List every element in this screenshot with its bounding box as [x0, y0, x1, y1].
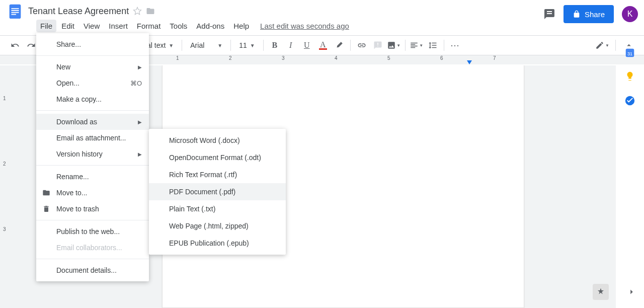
menu-addons[interactable]: Add-ons [192, 20, 228, 32]
undo-button[interactable] [8, 38, 22, 52]
menu-email-collaborators: Email collaborators... [36, 240, 149, 256]
text-color-button[interactable]: A [316, 38, 330, 52]
image-button[interactable]: ▼ [387, 38, 401, 52]
download-html[interactable]: Web Page (.html, zipped) [149, 217, 286, 235]
menu-format[interactable]: Format [133, 20, 165, 32]
menu-document-details[interactable]: Document details... [36, 262, 149, 278]
highlight-button[interactable] [332, 38, 346, 52]
svg-text:31: 31 [627, 51, 632, 56]
download-odt[interactable]: OpenDocument Format (.odt) [149, 149, 286, 166]
star-icon[interactable] [133, 7, 142, 16]
file-dropdown: Share... New▶ Open...⌘O Make a copy... D… [36, 33, 149, 281]
side-expand-icon[interactable] [626, 286, 637, 299]
share-label: Share [585, 10, 605, 19]
menu-move-to[interactable]: Move to... [36, 185, 149, 201]
trash-icon [42, 205, 50, 213]
menu-view[interactable]: View [79, 20, 104, 32]
menu-publish[interactable]: Publish to the web... [36, 223, 149, 240]
menu-make-copy[interactable]: Make a copy... [36, 91, 149, 107]
tasks-icon[interactable] [624, 95, 636, 107]
svg-rect-4 [11, 14, 16, 15]
ruler-marker[interactable] [467, 60, 472, 64]
bold-button[interactable]: B [268, 38, 282, 52]
underline-button[interactable]: U [300, 38, 314, 52]
align-button[interactable]: ▼ [410, 38, 424, 52]
menu-download-as[interactable]: Download as▶ [36, 114, 149, 130]
menu-email-attachment[interactable]: Email as attachment... [36, 130, 149, 146]
vertical-ruler[interactable]: 1 2 3 [0, 65, 11, 308]
download-txt[interactable]: Plain Text (.txt) [149, 200, 286, 217]
comment-button[interactable] [371, 38, 385, 52]
menu-move-to-trash[interactable]: Move to trash [36, 201, 149, 217]
menu-file[interactable]: File [36, 20, 56, 32]
download-rtf[interactable]: Rich Text Format (.rtf) [149, 166, 286, 183]
chevron-down-icon: ▼ [217, 43, 222, 48]
comments-icon[interactable] [543, 8, 555, 20]
svg-rect-1 [11, 8, 19, 9]
chevron-right-icon: ▶ [138, 64, 142, 70]
more-button[interactable]: ⋯ [448, 38, 462, 52]
menu-open[interactable]: Open...⌘O [36, 75, 149, 91]
download-epub[interactable]: EPUB Publication (.epub) [149, 235, 286, 252]
explore-button[interactable] [593, 284, 609, 300]
document-title[interactable]: Tenant Lease Agreement [28, 6, 129, 17]
menu-help[interactable]: Help [229, 20, 253, 32]
folder-icon [42, 189, 50, 197]
menu-new[interactable]: New▶ [36, 59, 149, 75]
spacing-button[interactable] [426, 38, 440, 52]
folder-icon[interactable] [146, 7, 155, 16]
download-pdf[interactable]: PDF Document (.pdf) [149, 183, 286, 200]
size-select[interactable]: 11▼ [235, 41, 259, 49]
download-docx[interactable]: Microsoft Word (.docx) [149, 132, 286, 149]
link-button[interactable] [355, 38, 369, 52]
lock-icon [573, 10, 581, 18]
chevron-right-icon: ▶ [138, 151, 142, 157]
chevron-right-icon: ▶ [138, 119, 142, 125]
svg-rect-3 [11, 12, 19, 13]
menu-edit[interactable]: Edit [57, 20, 78, 32]
share-button[interactable]: Share [564, 5, 614, 23]
menu-insert[interactable]: Insert [105, 20, 132, 32]
svg-rect-0 [10, 5, 21, 19]
docs-logo[interactable] [6, 2, 24, 20]
side-panel: 31 [616, 40, 644, 107]
menu-share[interactable]: Share... [36, 36, 149, 52]
chevron-down-icon: ▼ [250, 43, 255, 48]
avatar[interactable]: K [622, 6, 638, 22]
chevron-down-icon: ▼ [169, 43, 174, 48]
last-edit-link[interactable]: Last edit was seconds ago [260, 22, 349, 30]
calendar-icon[interactable]: 31 [624, 46, 636, 58]
svg-rect-2 [11, 10, 19, 11]
download-submenu: Microsoft Word (.docx) OpenDocument Form… [149, 129, 286, 255]
menu-rename[interactable]: Rename... [36, 169, 149, 185]
menu-tools[interactable]: Tools [166, 20, 191, 32]
italic-button[interactable]: I [284, 38, 298, 52]
font-select[interactable]: Arial▼ [186, 41, 226, 49]
editing-mode-button[interactable]: ▼ [595, 38, 609, 52]
menu-version-history[interactable]: Version history▶ [36, 146, 149, 162]
keep-icon[interactable] [624, 70, 636, 83]
